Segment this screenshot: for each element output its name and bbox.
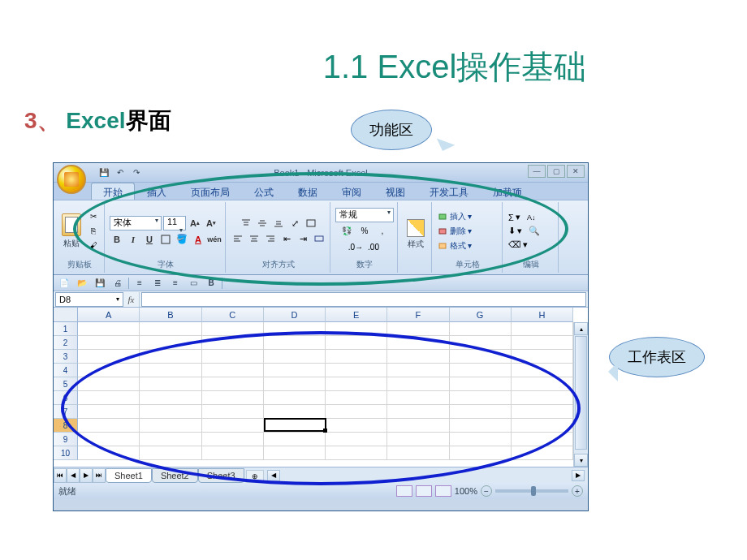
cell[interactable]	[512, 391, 573, 405]
clear-button[interactable]: ⌫ ▾	[507, 239, 529, 251]
cell[interactable]	[512, 433, 573, 446]
cell[interactable]	[202, 350, 264, 364]
open-icon[interactable]: 📂	[75, 277, 89, 290]
col-header[interactable]: G	[450, 308, 512, 322]
cell[interactable]	[387, 364, 449, 377]
formula-input[interactable]	[141, 292, 586, 307]
print-icon[interactable]: 🖨	[110, 277, 125, 290]
cell[interactable]	[326, 364, 387, 377]
font-size-select[interactable]: 11▾	[163, 216, 186, 230]
autosum-button[interactable]: Σ ▾ A↓	[507, 211, 536, 223]
cell[interactable]	[450, 405, 512, 419]
cell[interactable]	[264, 322, 326, 336]
fx-button[interactable]: fx	[123, 292, 140, 307]
cell[interactable]	[450, 336, 512, 350]
cell[interactable]	[140, 350, 201, 364]
tab-review[interactable]: 审阅	[330, 183, 374, 200]
sort-filter-icon[interactable]: A↓	[527, 213, 536, 222]
col-header[interactable]: D	[264, 308, 326, 322]
cell[interactable]	[326, 377, 387, 391]
tab-home[interactable]: 开始	[91, 183, 135, 200]
percent-icon[interactable]: %	[356, 224, 373, 239]
decrease-decimal-icon[interactable]: .00	[365, 240, 382, 255]
scroll-track[interactable]	[280, 470, 572, 481]
tab-formulas[interactable]: 公式	[242, 183, 286, 200]
decrease-indent-icon[interactable]: ⇤	[279, 232, 294, 245]
close-icon[interactable]: ✕	[567, 165, 585, 178]
row-header[interactable]: 3	[54, 350, 78, 364]
cell[interactable]	[202, 336, 264, 350]
col-header[interactable]: E	[326, 308, 387, 322]
tab-insert[interactable]: 插入	[135, 183, 179, 200]
comma-icon[interactable]: ,	[374, 224, 391, 239]
sheet-tab[interactable]: Sheet1	[106, 468, 152, 483]
next-sheet-icon[interactable]: ▶	[80, 468, 93, 483]
cell[interactable]	[512, 364, 573, 377]
align-top-icon[interactable]	[239, 217, 253, 230]
cell[interactable]	[202, 419, 264, 433]
fill-button[interactable]: ⬇ ▾ 🔍	[507, 225, 541, 237]
format-painter-icon[interactable]: 🖌	[86, 239, 101, 252]
cell[interactable]	[450, 377, 512, 391]
col-header[interactable]: F	[387, 308, 449, 322]
cell[interactable]	[387, 377, 449, 391]
last-sheet-icon[interactable]: ⏭	[93, 468, 106, 483]
cell[interactable]	[140, 364, 201, 377]
row-header[interactable]: 9	[54, 433, 78, 446]
cell[interactable]	[264, 391, 326, 405]
cell[interactable]	[512, 350, 573, 364]
cell[interactable]	[326, 405, 387, 419]
page-layout-view-icon[interactable]	[416, 485, 432, 497]
cut-icon[interactable]: ✂	[86, 210, 101, 223]
cell[interactable]	[78, 405, 140, 419]
cell[interactable]	[387, 405, 449, 419]
normal-view-icon[interactable]	[396, 485, 412, 497]
cell[interactable]	[78, 419, 140, 433]
cell[interactable]	[140, 377, 201, 391]
zoom-slider[interactable]	[495, 489, 568, 493]
new-sheet-icon[interactable]: ⊕	[246, 470, 264, 483]
cell[interactable]	[140, 433, 201, 446]
cell[interactable]	[326, 336, 387, 350]
cell[interactable]	[78, 336, 140, 350]
row-header[interactable]: 1	[54, 322, 78, 336]
row-header[interactable]: 8	[54, 419, 78, 433]
copy-icon[interactable]: ⎘	[86, 225, 101, 238]
cell[interactable]	[78, 322, 140, 336]
cell[interactable]	[387, 350, 449, 364]
delete-button[interactable]: 删除 ▾	[437, 225, 472, 238]
col-header[interactable]: C	[202, 308, 264, 322]
font-name-select[interactable]: 宋体▾	[110, 216, 162, 230]
align-middle-icon[interactable]	[255, 217, 270, 230]
scroll-thumb[interactable]	[575, 336, 587, 450]
undo-icon[interactable]: ↶	[114, 166, 127, 179]
cell[interactable]	[387, 433, 449, 446]
align-right-icon[interactable]: ≡	[168, 277, 183, 290]
cell[interactable]	[140, 336, 201, 350]
scroll-right-icon[interactable]: ▶	[572, 470, 585, 481]
cell[interactable]	[202, 433, 264, 446]
wrap-text-icon[interactable]	[304, 217, 318, 230]
cell[interactable]	[140, 391, 201, 405]
tab-view[interactable]: 视图	[374, 183, 417, 200]
cell[interactable]	[450, 322, 512, 336]
cell[interactable]	[78, 350, 140, 364]
new-icon[interactable]: 📄	[57, 277, 71, 290]
cell[interactable]	[387, 391, 449, 405]
cell[interactable]	[140, 446, 201, 460]
format-button[interactable]: 格式 ▾	[437, 239, 472, 252]
cell[interactable]	[326, 391, 387, 405]
align-center-icon[interactable]: ≣	[150, 277, 165, 290]
accounting-icon[interactable]: 💱	[339, 224, 355, 239]
cell[interactable]	[202, 322, 264, 336]
scroll-left-icon[interactable]: ◀	[267, 470, 280, 481]
cell[interactable]	[202, 405, 264, 419]
cell[interactable]	[450, 446, 512, 460]
cell[interactable]	[78, 446, 140, 460]
cell[interactable]	[387, 419, 449, 433]
cell[interactable]	[202, 446, 264, 460]
bold-button[interactable]: B	[110, 232, 124, 247]
minimize-icon[interactable]: —	[528, 165, 546, 178]
cell[interactable]	[512, 336, 573, 350]
row-header[interactable]: 2	[54, 336, 78, 350]
